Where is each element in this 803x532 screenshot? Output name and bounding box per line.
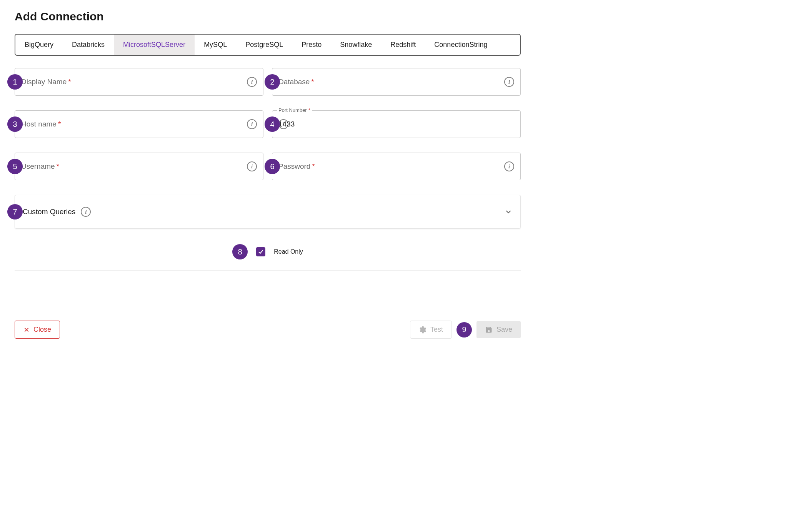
save-button[interactable]: Save [476, 321, 521, 338]
step-badge-2: 2 [265, 74, 280, 90]
tab-microsoftsqlserver[interactable]: MicrosoftSQLServer [114, 35, 195, 55]
tab-snowflake[interactable]: Snowflake [331, 35, 381, 55]
tab-redshift[interactable]: Redshift [381, 35, 425, 55]
host-name-field[interactable]: 3 Host name* i [15, 110, 263, 138]
info-icon[interactable]: i [247, 161, 257, 171]
tab-bigquery[interactable]: BigQuery [15, 35, 63, 55]
username-field[interactable]: 5 Username* i [15, 153, 263, 180]
step-badge-4: 4 [265, 116, 280, 132]
close-icon [23, 327, 30, 333]
read-only-label: Read Only [274, 248, 303, 255]
tab-mysql[interactable]: MySQL [195, 35, 236, 55]
gear-icon [419, 326, 426, 334]
page-title: Add Connection [15, 10, 521, 23]
step-badge-7: 7 [7, 204, 23, 219]
host-name-input[interactable] [21, 111, 245, 138]
info-icon[interactable]: i [81, 207, 91, 217]
save-icon [485, 326, 493, 334]
check-icon [258, 249, 264, 255]
info-icon[interactable]: i [504, 161, 514, 171]
port-number-field[interactable]: 4 Port Number* i [272, 110, 521, 138]
display-name-input[interactable] [21, 68, 245, 95]
password-input[interactable] [278, 153, 502, 180]
step-badge-3: 3 [7, 116, 23, 132]
step-badge-9: 9 [456, 322, 472, 337]
read-only-checkbox[interactable] [256, 247, 265, 256]
display-name-field[interactable]: 1 Display Name* i [15, 68, 263, 96]
port-number-input[interactable] [278, 111, 502, 138]
chevron-down-icon [504, 208, 513, 216]
username-input[interactable] [21, 153, 245, 180]
test-button[interactable]: Test [410, 321, 452, 339]
tab-connectionstring[interactable]: ConnectionString [425, 35, 496, 55]
tab-postgresql[interactable]: PostgreSQL [236, 35, 292, 55]
tab-presto[interactable]: Presto [292, 35, 331, 55]
close-button[interactable]: Close [15, 321, 60, 339]
connection-type-tabs: BigQuery Databricks MicrosoftSQLServer M… [15, 34, 521, 56]
database-field[interactable]: 2 Database* i [272, 68, 521, 96]
custom-queries-accordion[interactable]: 7 Custom Queries i [15, 195, 521, 229]
info-icon[interactable]: i [247, 77, 257, 87]
step-badge-1: 1 [7, 74, 23, 90]
info-icon[interactable]: i [504, 77, 514, 87]
step-badge-5: 5 [7, 159, 23, 174]
password-field[interactable]: 6 Password* i [272, 153, 521, 180]
tab-databricks[interactable]: Databricks [63, 35, 114, 55]
info-icon[interactable]: i [247, 119, 257, 129]
step-badge-6: 6 [265, 159, 280, 174]
read-only-row: 8 Read Only [15, 240, 521, 271]
step-badge-8: 8 [232, 244, 248, 259]
custom-queries-title: Custom Queries [23, 208, 75, 216]
dialog-footer: Close Test 9 Save [15, 321, 521, 339]
database-input[interactable] [278, 68, 502, 95]
